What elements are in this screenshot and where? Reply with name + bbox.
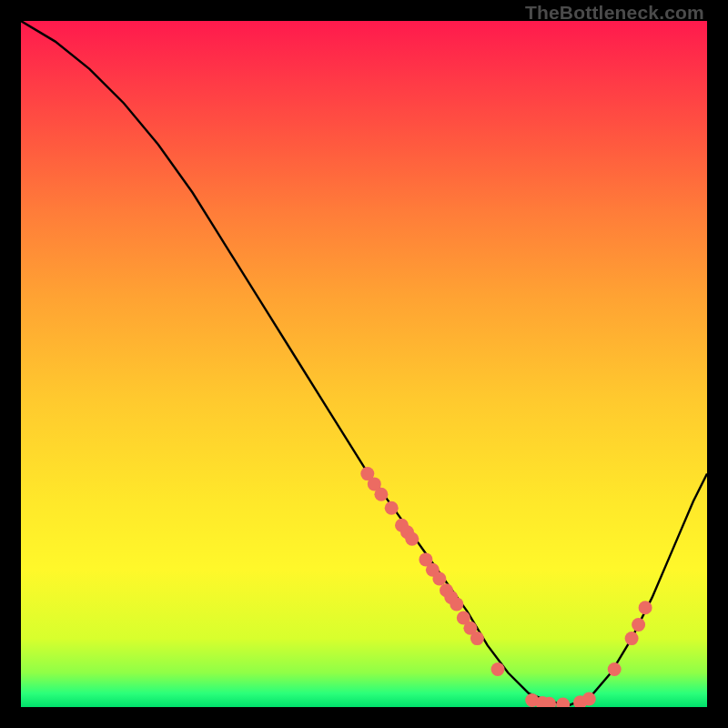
data-point-marker [470, 632, 484, 645]
data-point-marker [368, 477, 381, 490]
data-point-marker [426, 563, 440, 577]
data-point-marker [625, 632, 639, 645]
data-point-markers [360, 467, 652, 707]
data-point-marker [463, 622, 477, 635]
data-point-marker [395, 519, 409, 532]
bottleneck-chart-svg [21, 21, 707, 707]
data-point-marker [360, 467, 374, 480]
bottleneck-curve-line [21, 21, 707, 705]
data-point-marker [444, 591, 458, 604]
data-point-marker [632, 618, 645, 632]
data-point-marker [405, 532, 419, 546]
data-point-marker [491, 662, 505, 676]
chart-plot-area [21, 21, 707, 707]
data-point-marker [432, 572, 446, 586]
data-point-marker [542, 697, 556, 707]
data-point-marker [374, 488, 388, 501]
data-point-marker [525, 693, 539, 707]
data-point-marker [639, 601, 652, 614]
data-point-marker [582, 693, 596, 706]
data-point-marker [608, 662, 622, 676]
watermark-text: TheBottleneck.com [525, 2, 704, 24]
data-point-marker [450, 597, 463, 611]
data-point-marker [400, 525, 414, 539]
data-point-marker [536, 696, 550, 707]
data-point-marker [419, 552, 432, 566]
data-point-marker [385, 501, 399, 515]
data-point-marker [573, 695, 587, 707]
data-point-marker [556, 698, 570, 708]
data-point-marker [440, 583, 453, 597]
data-point-marker [457, 612, 470, 625]
